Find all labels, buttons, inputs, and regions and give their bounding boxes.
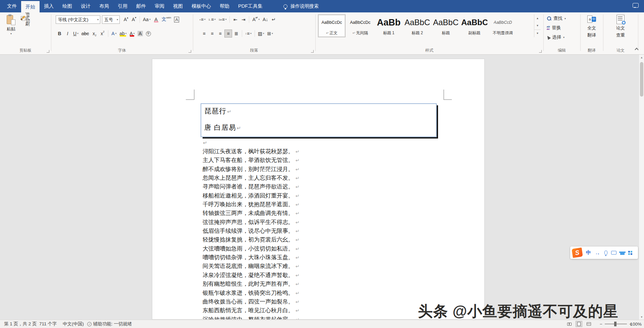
keyboard-icon[interactable] xyxy=(611,251,616,255)
style-no-spacing[interactable]: AaBbCcDc↵无间隔 xyxy=(346,14,374,37)
read-mode-button[interactable] xyxy=(566,321,573,327)
poem-line: 间关莺语花底滑，幽咽泉流冰下难。↵ xyxy=(203,262,300,271)
tell-me-search[interactable]: 操作说明搜索 xyxy=(283,0,319,12)
clear-formatting-button[interactable]: A xyxy=(152,15,160,23)
style-gallery-more-button[interactable]: ▼ xyxy=(534,30,541,37)
font-size-combo[interactable]: 五号▾ xyxy=(102,15,120,24)
zoom-percentage[interactable]: 100% xyxy=(630,320,642,328)
tab-layout[interactable]: 布局 xyxy=(95,0,113,12)
tab-file[interactable]: 文件 xyxy=(3,0,21,12)
replace-button[interactable]: abac 替换 xyxy=(547,25,561,31)
paste-button[interactable]: 粘贴 ▾ xyxy=(3,14,19,35)
poem-body[interactable]: 浔阳江头夜送客，枫叶荻花秋瑟瑟。↵主人下马客在船，举酒欲饮无管弦。↵醉不成欢惨将… xyxy=(203,147,300,320)
decrease-indent-button[interactable]: ⇤ xyxy=(231,15,239,23)
paper-check-button[interactable]: 论文 查重 xyxy=(611,15,630,38)
font-name-combo[interactable]: 等线 (中文正文)▾ xyxy=(56,15,100,24)
punctuation-icon[interactable]: ，。 xyxy=(595,251,601,255)
character-shading-button[interactable]: A xyxy=(136,30,144,38)
bullets-button[interactable]: •≡▾ xyxy=(198,15,207,23)
text-effects-button[interactable]: A▾ xyxy=(110,30,118,38)
tab-references[interactable]: 引用 xyxy=(113,0,132,12)
character-border-button[interactable]: A xyxy=(173,15,180,23)
tab-view[interactable]: 视图 xyxy=(169,0,187,12)
shrink-font-button[interactable]: A▾ xyxy=(130,15,138,23)
web-layout-button[interactable] xyxy=(585,321,592,327)
tab-template-center[interactable]: 模板中心 xyxy=(187,0,215,12)
word-count[interactable]: 711 个字 xyxy=(39,320,57,328)
search-icon xyxy=(547,16,551,21)
sogou-logo-icon[interactable]: S xyxy=(572,248,583,258)
style-subtle-emphasis[interactable]: AaBbCcD不明显强调 xyxy=(489,14,517,37)
skin-icon[interactable] xyxy=(620,252,625,255)
comments-icon[interactable] xyxy=(633,3,639,8)
microphone-icon[interactable] xyxy=(604,251,607,255)
page[interactable]: 琵琶行↵ 唐 白居易↵ ↵ 浔阳江头夜送客，枫叶荻花秋瑟瑟。↵主人下马客在船，举… xyxy=(152,59,485,320)
italic-button[interactable]: I xyxy=(64,30,71,38)
zoom-slider-thumb[interactable] xyxy=(614,322,616,326)
font-dialog-launcher[interactable] xyxy=(189,50,191,53)
accessibility-status[interactable]: ✓ 辅助功能: 一切就绪 xyxy=(87,320,132,328)
language-indicator[interactable]: 中文(中国) xyxy=(63,320,84,328)
style-title[interactable]: AaBbC标题 xyxy=(432,14,460,37)
toolbox-grid-icon[interactable] xyxy=(628,251,632,255)
line-spacing-button[interactable]: ↕≡▾ xyxy=(244,30,253,38)
print-layout-button[interactable] xyxy=(576,321,582,327)
underline-button[interactable]: U▾ xyxy=(72,30,80,38)
change-case-button[interactable]: Aa▾ xyxy=(142,15,152,23)
select-button[interactable]: 选择▾ xyxy=(547,34,565,40)
shading-button[interactable]: ▨▾ xyxy=(257,30,266,38)
style-normal[interactable]: AaBbCcDc↵正文 xyxy=(318,14,345,37)
superscript-button[interactable]: x2 xyxy=(99,30,106,38)
grow-font-button[interactable]: A▴ xyxy=(122,15,130,23)
style-gallery-up-button[interactable]: ▲ xyxy=(534,14,541,22)
full-text-translate-button[interactable]: a中 全文 翻译 xyxy=(582,15,601,38)
vertical-scrollbar[interactable]: ▲ ▼ xyxy=(639,55,644,320)
increase-indent-button[interactable]: ⇥ xyxy=(239,15,247,23)
ime-toolbar[interactable]: S 中 ，。 xyxy=(570,247,638,259)
chinese-mode-icon[interactable]: 中 xyxy=(586,250,591,256)
scrollbar-thumb[interactable] xyxy=(640,62,643,97)
poem-line: 银瓶乍破水浆迸，铁骑突出刀枪鸣。↵ xyxy=(203,289,300,297)
enclose-character-button[interactable]: 字 xyxy=(145,30,152,38)
bold-button[interactable]: B xyxy=(56,30,63,38)
align-right-button[interactable]: ≡ xyxy=(216,30,224,38)
strikethrough-button[interactable]: abc xyxy=(80,30,91,38)
styles-dialog-launcher[interactable] xyxy=(539,50,542,53)
style-gallery-down-button[interactable]: ▼ xyxy=(534,22,541,29)
scroll-down-icon[interactable]: ▼ xyxy=(639,314,644,320)
align-left-button[interactable]: ≡ xyxy=(200,30,208,38)
numbering-button[interactable]: 1.≡▾ xyxy=(207,15,217,23)
tab-design[interactable]: 设计 xyxy=(76,0,95,12)
highlight-color-button[interactable]: ab▾ xyxy=(118,30,128,38)
show-hide-marks-button[interactable]: ↵ xyxy=(270,15,277,23)
clipboard-dialog-launcher[interactable] xyxy=(47,50,49,53)
tab-home[interactable]: 开始 xyxy=(21,1,40,12)
tab-help[interactable]: 帮助 xyxy=(215,0,234,12)
distribute-button[interactable]: ≣ xyxy=(232,30,240,38)
zoom-out-button[interactable]: − xyxy=(600,322,602,327)
page-indicator[interactable]: 第 1 页，共 2 页 xyxy=(4,320,37,328)
align-center-button[interactable]: ≡ xyxy=(208,30,216,38)
subscript-button[interactable]: x2 xyxy=(91,30,98,38)
title-text-box[interactable]: 琵琶行↵ 唐 白居易↵ xyxy=(201,103,437,137)
style-subtitle[interactable]: AaBbC副标题 xyxy=(461,14,488,37)
sort-button[interactable]: A↓ xyxy=(261,15,269,23)
style-heading-1[interactable]: AaBb标题 1 xyxy=(375,14,402,37)
multilevel-list-button[interactable]: 1a≡▾ xyxy=(217,15,228,23)
zoom-slider[interactable] xyxy=(605,324,627,324)
format-painter-button[interactable]: 格式刷 xyxy=(21,15,32,21)
borders-button[interactable]: ⊞▾ xyxy=(266,30,274,38)
tab-review[interactable]: 审阅 xyxy=(150,0,169,12)
scroll-up-icon[interactable]: ▲ xyxy=(639,55,644,60)
phonetic-guide-button[interactable]: 文wén xyxy=(160,15,173,23)
tab-insert[interactable]: 插入 xyxy=(40,0,58,12)
asian-layout-button[interactable]: A⇄▾ xyxy=(251,15,261,23)
font-color-button[interactable]: A▾ xyxy=(128,30,136,38)
tab-draw[interactable]: 绘图 xyxy=(58,0,76,12)
justify-button[interactable]: ≡ xyxy=(224,30,232,38)
tab-mailings[interactable]: 邮件 xyxy=(132,0,150,12)
style-heading-2[interactable]: AaBbC标题 2 xyxy=(404,14,431,37)
paragraph-dialog-launcher[interactable] xyxy=(311,50,314,53)
find-button[interactable]: 查找▾ xyxy=(547,15,566,21)
tab-pdf-tools[interactable]: PDF工具集 xyxy=(234,0,267,12)
